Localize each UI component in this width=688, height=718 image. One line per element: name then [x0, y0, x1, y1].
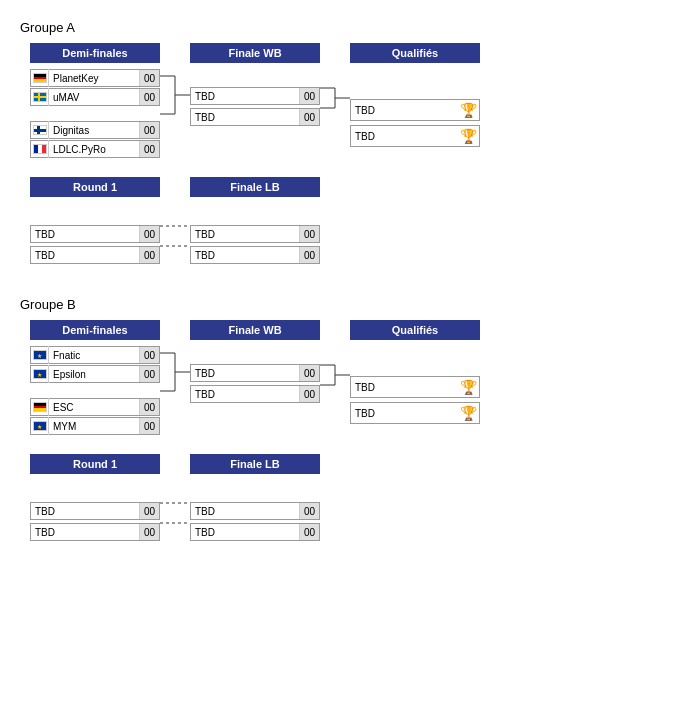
- team-name-0-0-1: uMAV: [49, 92, 139, 103]
- connector-wb-qual-0: [320, 79, 350, 139]
- r1-match-1-1: TBD 00: [30, 523, 160, 541]
- qualify-trophy-0-1: 🏆: [457, 125, 479, 147]
- team-score-1-0-1: 00: [139, 366, 159, 382]
- qualify-name-1-0: TBD: [351, 382, 457, 393]
- team-name-1-0-0: Fnatic: [49, 350, 139, 361]
- team-row-0-1-0: Dignitas 00: [30, 121, 160, 139]
- r1-match-name-0-0: TBD: [31, 229, 139, 240]
- qualify-name-1-1: TBD: [351, 408, 457, 419]
- wb-match-name-0-1: TBD: [191, 112, 299, 123]
- top-section-1: Demi-finales ★ Fnatic 00 ★ Epsilon 00 ES…: [30, 320, 668, 444]
- team-flag-1-0-1: ★: [31, 365, 49, 383]
- connector-r1-lb-0: [160, 217, 190, 267]
- team-score-1-0-0: 00: [139, 347, 159, 363]
- r1-match-name-1-0: TBD: [31, 506, 139, 517]
- wb-match-score-1-1: 00: [299, 386, 319, 402]
- lb-match-name-0-0: TBD: [191, 229, 299, 240]
- group-label-1: Groupe B: [20, 297, 668, 312]
- team-row-1-0-1: ★ Epsilon 00: [30, 365, 160, 383]
- lb-header-1: Finale LB: [190, 454, 320, 474]
- lb-match-name-1-0: TBD: [191, 506, 299, 517]
- lb-header-0: Finale LB: [190, 177, 320, 197]
- team-name-0-0-0: PlanetKey: [49, 73, 139, 84]
- team-row-0-0-0: PlanetKey 00: [30, 69, 160, 87]
- r1-col-1: Round 1 TBD 00 TBD 00: [30, 454, 160, 542]
- wb-match-score-0-1: 00: [299, 109, 319, 125]
- qualify-row-1-0: TBD 🏆: [350, 376, 480, 398]
- team-row-0-1-1: LDLC.PyRo 00: [30, 140, 160, 158]
- demi-col-1: Demi-finales ★ Fnatic 00 ★ Epsilon 00 ES…: [30, 320, 160, 436]
- team-flag-0-1-1: [31, 140, 49, 158]
- r1-match-0-1: TBD 00: [30, 246, 160, 264]
- qualify-trophy-1-1: 🏆: [457, 402, 479, 424]
- wb-match-0-1: TBD 00: [190, 108, 320, 126]
- connector-r1-lb-1: [160, 494, 190, 544]
- demi-header-0: Demi-finales: [30, 43, 160, 63]
- lb-match-score-0-0: 00: [299, 226, 319, 242]
- r1-match-name-0-1: TBD: [31, 250, 139, 261]
- qual-col-0: Qualifiés TBD 🏆 TBD 🏆: [350, 43, 480, 149]
- r1-header-1: Round 1: [30, 454, 160, 474]
- qualify-row-1-1: TBD 🏆: [350, 402, 480, 424]
- wb-match-score-1-0: 00: [299, 365, 319, 381]
- connector-demi-wb-0: [160, 67, 190, 167]
- team-name-0-1-0: Dignitas: [49, 125, 139, 136]
- bottom-section-1: Round 1 TBD 00 TBD 00 Finale LB TBD 00 T…: [30, 454, 668, 544]
- r1-match-score-0-1: 00: [139, 247, 159, 263]
- group-label-0: Groupe A: [20, 20, 668, 35]
- team-row-1-0-0: ★ Fnatic 00: [30, 346, 160, 364]
- team-flag-0-0-0: [31, 69, 49, 87]
- team-name-1-1-0: ESC: [49, 402, 139, 413]
- wb-match-name-0-0: TBD: [191, 91, 299, 102]
- team-score-1-1-1: 00: [139, 418, 159, 434]
- lb-match-0-0: TBD 00: [190, 225, 320, 243]
- lb-match-1-0: TBD 00: [190, 502, 320, 520]
- top-section-0: Demi-finales PlanetKey 00 uMAV 00 Dignit…: [30, 43, 668, 167]
- lb-match-score-0-1: 00: [299, 247, 319, 263]
- qualify-name-0-0: TBD: [351, 105, 457, 116]
- team-score-0-1-0: 00: [139, 122, 159, 138]
- team-name-1-0-1: Epsilon: [49, 369, 139, 380]
- qual-col-1: Qualifiés TBD 🏆 TBD 🏆: [350, 320, 480, 426]
- team-score-0-0-0: 00: [139, 70, 159, 86]
- group-section-0: Groupe ADemi-finales PlanetKey 00 uMAV 0…: [20, 20, 668, 267]
- wb-match-name-1-1: TBD: [191, 389, 299, 400]
- lb-col-1: Finale LB TBD 00 TBD 00: [190, 454, 320, 542]
- lb-match-0-1: TBD 00: [190, 246, 320, 264]
- r1-match-score-1-1: 00: [139, 524, 159, 540]
- lb-match-score-1-1: 00: [299, 524, 319, 540]
- r1-match-1-0: TBD 00: [30, 502, 160, 520]
- qualify-name-0-1: TBD: [351, 131, 457, 142]
- team-score-1-1-0: 00: [139, 399, 159, 415]
- qualify-trophy-0-0: 🏆: [457, 99, 479, 121]
- team-flag-1-0-0: ★: [31, 346, 49, 364]
- qualify-row-0-0: TBD 🏆: [350, 99, 480, 121]
- connector-wb-qual-1: [320, 356, 350, 416]
- team-row-1-1-1: ★ MYM 00: [30, 417, 160, 435]
- lb-match-1-1: TBD 00: [190, 523, 320, 541]
- wb-match-0-0: TBD 00: [190, 87, 320, 105]
- r1-match-score-1-0: 00: [139, 503, 159, 519]
- group-section-1: Groupe BDemi-finales ★ Fnatic 00 ★ Epsil…: [20, 297, 668, 544]
- qual-header-1: Qualifiés: [350, 320, 480, 340]
- connector-demi-wb-1: [160, 344, 190, 444]
- bottom-section-0: Round 1 TBD 00 TBD 00 Finale LB TBD 00 T…: [30, 177, 668, 267]
- team-flag-0-0-1: [31, 88, 49, 106]
- lb-match-name-1-1: TBD: [191, 527, 299, 538]
- r1-match-score-0-0: 00: [139, 226, 159, 242]
- lb-col-0: Finale LB TBD 00 TBD 00: [190, 177, 320, 265]
- lb-match-score-1-0: 00: [299, 503, 319, 519]
- demi-header-1: Demi-finales: [30, 320, 160, 340]
- wb-col-0: Finale WB TBD 00 TBD 00: [190, 43, 320, 127]
- wb-header-0: Finale WB: [190, 43, 320, 63]
- qualify-row-0-1: TBD 🏆: [350, 125, 480, 147]
- team-row-0-0-1: uMAV 00: [30, 88, 160, 106]
- demi-col-0: Demi-finales PlanetKey 00 uMAV 00 Dignit…: [30, 43, 160, 159]
- team-flag-1-1-0: [31, 398, 49, 416]
- team-score-0-1-1: 00: [139, 141, 159, 157]
- team-score-0-0-1: 00: [139, 89, 159, 105]
- team-name-0-1-1: LDLC.PyRo: [49, 144, 139, 155]
- wb-match-score-0-0: 00: [299, 88, 319, 104]
- qualify-trophy-1-0: 🏆: [457, 376, 479, 398]
- r1-match-name-1-1: TBD: [31, 527, 139, 538]
